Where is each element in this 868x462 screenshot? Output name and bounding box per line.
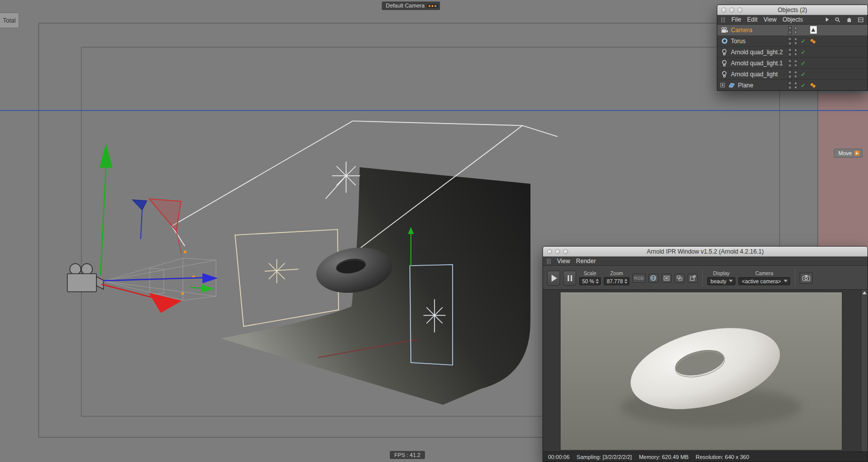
render-torus-graphic: [561, 292, 842, 450]
submenu-arrow-icon[interactable]: [826, 18, 829, 22]
display-dropdown[interactable]: beauty: [707, 277, 736, 285]
object-row-quad-light-1[interactable]: Arnold quad_light.1 ✓: [717, 58, 867, 69]
rendered-image[interactable]: [560, 292, 842, 450]
pause-button[interactable]: [563, 271, 576, 286]
play-icon: [552, 275, 557, 282]
visibility-toggles[interactable]: [788, 70, 792, 78]
menu-file[interactable]: File: [731, 16, 741, 23]
tile-view-button[interactable]: [675, 274, 685, 283]
object-row-quad-light[interactable]: Arnold quad_light ✓: [717, 69, 867, 80]
panel-grip-icon[interactable]: [721, 17, 725, 23]
enabled-check-icon[interactable]: ✓: [800, 49, 807, 56]
material-tag-icon[interactable]: [809, 81, 817, 89]
open-external-button[interactable]: [688, 274, 698, 283]
material-tag-icon[interactable]: [809, 37, 817, 45]
camera-dropdown[interactable]: <active camera>: [738, 277, 790, 285]
enabled-check-icon[interactable]: ✓: [800, 82, 807, 89]
menu-view[interactable]: View: [764, 16, 777, 23]
zoom-control: Zoom 87.778: [604, 271, 629, 285]
total-tab[interactable]: Total: [0, 13, 19, 28]
tag-slot: [809, 59, 817, 67]
objects-manager-window[interactable]: Objects (2) File Edit View Objects: [717, 5, 868, 91]
editor-render-dots[interactable]: [794, 38, 797, 45]
resolution-info: Resolution: 640 x 360: [696, 454, 749, 460]
camera-object-gizmo[interactable]: [67, 264, 103, 292]
object-row-torus[interactable]: Torus ✓: [717, 36, 867, 47]
visibility-toggles[interactable]: [788, 81, 792, 89]
editor-render-dots[interactable]: [794, 60, 797, 67]
camera-label: Camera: [755, 271, 774, 276]
add-icon[interactable]: [854, 151, 859, 156]
arnold-tag-icon[interactable]: [809, 26, 817, 34]
zoom-value: 87.778: [607, 278, 623, 284]
panel-grip-icon[interactable]: [547, 259, 551, 264]
editor-render-dots[interactable]: [794, 49, 797, 56]
visibility-toggles[interactable]: [788, 26, 792, 34]
object-label: Arnold quad_light.1: [731, 60, 786, 67]
light-object-icon: [720, 71, 728, 78]
frustum-handle-dots[interactable]: [181, 251, 195, 295]
editor-render-dots[interactable]: [794, 27, 797, 34]
active-camera-label-text: Default Camera: [386, 2, 424, 10]
desktop: { "viewport": { "camera_label": "Default…: [0, 0, 868, 462]
menu-objects[interactable]: Objects: [783, 16, 803, 23]
play-button[interactable]: [547, 271, 560, 286]
menu-edit[interactable]: Edit: [747, 16, 757, 23]
ipr-menubar: View Render: [543, 257, 867, 266]
camera-settings-icon[interactable]: [427, 4, 438, 8]
ipr-render-area[interactable]: [543, 290, 867, 451]
external-link-icon: [690, 275, 696, 281]
display-control: Display beauty: [707, 271, 736, 285]
object-row-quad-light-2[interactable]: Arnold quad_light.2 ✓: [717, 47, 867, 58]
object-list: Camera Torus ✓: [717, 25, 867, 91]
editor-render-dots[interactable]: [794, 71, 797, 78]
globe-icon: [650, 275, 657, 281]
light-flag-blue[interactable]: [133, 200, 147, 239]
scale-field[interactable]: 50 %: [579, 277, 601, 285]
display-mode-button[interactable]: [662, 274, 672, 283]
object-row-plane[interactable]: Plane ✓: [717, 80, 867, 91]
ipr-statusbar: 00:00:06 Sampling: [3/2/2/2/2/2] Memory:…: [543, 451, 867, 461]
enabled-check-icon[interactable]: ✓: [800, 71, 807, 78]
color-management-button[interactable]: [648, 274, 659, 283]
snapshot-button[interactable]: [800, 273, 813, 284]
visibility-toggles[interactable]: [788, 48, 792, 56]
search-icon[interactable]: [835, 17, 840, 23]
rgb-channel-button[interactable]: RGB: [632, 274, 645, 283]
object-label: Plane: [738, 82, 786, 89]
tag-slot: [809, 70, 817, 78]
active-camera-label[interactable]: Default Camera: [382, 2, 440, 10]
objects-titlebar[interactable]: Objects (2): [717, 5, 867, 15]
enabled-check-icon[interactable]: ✓: [800, 60, 807, 67]
render-scrollbar[interactable]: [861, 290, 867, 451]
axis-y-green[interactable]: [99, 143, 113, 275]
zoom-stepper[interactable]: [624, 279, 627, 284]
menu-render[interactable]: Render: [576, 258, 596, 265]
ipr-toolbar: Scale 50 % Zoom 87.778 RGB: [543, 266, 867, 290]
menu-view[interactable]: View: [557, 258, 570, 265]
axis-handle-green-small[interactable]: [190, 284, 214, 293]
ipr-titlebar[interactable]: Arnold IPR Window v1.5.2 (Arnold 4.2.16.…: [543, 247, 867, 257]
axis-x-red[interactable]: [101, 284, 182, 313]
frame-icon: [664, 275, 670, 281]
layout-icon[interactable]: [858, 17, 863, 23]
scale-stepper[interactable]: [596, 279, 599, 284]
light-star-white-icon[interactable]: [325, 162, 360, 199]
expand-toggle-icon[interactable]: [720, 83, 725, 87]
object-label: Camera: [731, 27, 786, 34]
visibility-toggles[interactable]: [788, 59, 792, 67]
plane-object-icon: [727, 82, 735, 89]
editor-render-dots[interactable]: [794, 82, 797, 89]
tag-slot: [809, 48, 817, 56]
chevron-down-icon: [784, 280, 788, 282]
move-tool-hint[interactable]: Move: [834, 149, 862, 158]
scroll-up-icon[interactable]: [862, 291, 866, 294]
light-flag-red[interactable]: [149, 199, 181, 254]
zoom-field[interactable]: 87.778: [604, 277, 629, 285]
home-icon[interactable]: [846, 17, 852, 23]
object-row-camera[interactable]: Camera: [717, 25, 867, 36]
visibility-toggles[interactable]: [788, 37, 792, 45]
enabled-check-icon[interactable]: ✓: [800, 38, 807, 45]
arnold-ipr-window[interactable]: Arnold IPR Window v1.5.2 (Arnold 4.2.16.…: [542, 246, 868, 462]
render-time: 00:00:06: [548, 454, 570, 460]
